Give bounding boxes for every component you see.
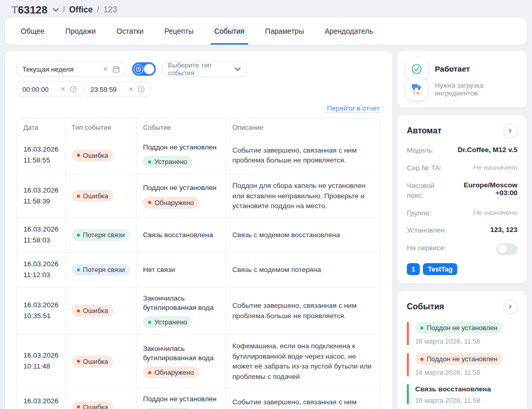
event-date: 16 марта 2026, 11:58 [415,369,481,376]
on-service-toggle[interactable] [497,243,517,255]
status-dot-icon [77,234,80,237]
event-type-cell: Потеря связи [65,217,137,252]
toggle-knob [144,64,154,74]
event-date-cell: 16.03.202611:58:55 [17,137,65,174]
chevron-down-icon[interactable] [53,8,59,12]
status-dot-icon [420,326,423,330]
event-name-cell: Поддон не установлен Устранено [137,388,226,409]
tag[interactable]: TestTag [423,263,457,275]
period-value: Текущая неделя [22,65,99,73]
table-row: 16.03.202610:35:51 Ошибка Закончилась бу… [17,287,380,334]
chevron-down-icon [235,67,241,71]
detail-value: Europe/Moscow +03:00 [448,181,517,197]
tab-label: Продажи [62,25,99,37]
detail-label: Часовой пояс: [407,181,448,201]
detail-label: На сервисе: [407,243,446,253]
tags-row: 1 TestTag [407,263,517,275]
toggle-knob [498,244,507,254]
event-description-cell: Связь с модемом потеряна [226,252,380,287]
event-description-cell: Событие завершено, связанная с ним пробл… [226,137,380,174]
time-from-value: 00:00:00 [22,86,56,93]
clear-time-from-icon[interactable]: ✕ [60,86,65,93]
detail-row-group: Группа: Не назначено [407,209,517,219]
tab-События[interactable]: События [204,18,255,45]
detail-value: Dr.Coffee, M12 v.5 [458,146,517,154]
event-type-cell: Ошибка [65,388,137,409]
truck-caption: 3 м. [413,90,420,96]
period-input[interactable]: Текущая неделя ✕ [17,61,126,77]
go-to-report-link[interactable]: Перейти в отчет [327,104,380,113]
machine-selector[interactable]: Т63128 [11,4,48,16]
events-card-expand-button[interactable]: › [503,299,517,314]
table-row: 16.03.202611:58:39 Ошибка Поддон не уста… [17,174,380,218]
event-status-badge: Устранено [143,156,192,168]
clock-icon[interactable] [138,86,145,93]
time-filter-toggle[interactable] [132,62,156,76]
check-circle-icon [406,58,428,80]
tab-Общее[interactable]: Общее [10,18,55,45]
event-name-cell: Нет связи [137,252,226,287]
table-row: 16.03.202611:12:03 Потеря связи Нет связ… [17,252,380,287]
event-type-cell: Ошибка [65,137,137,174]
recent-event-item: Поддон не установлен 16 марта 2026, 11:5… [407,353,517,376]
filter-row-period: Текущая неделя ✕ Выберите тип события [17,61,381,77]
detail-row-timezone: Часовой пояс: Europe/Moscow +03:00 [407,181,517,201]
event-status-badge: Обнаружено [143,197,199,209]
event-description-cell: Событие завершено, связанная с ним пробл… [226,388,380,409]
recent-event-item: Связь восстановлена 16 марта 2026, 11:58 [407,384,517,404]
event-date-cell: 16.03.202610:09:22 [17,388,65,409]
time-from-input[interactable]: 00:00:00 ✕ [17,81,83,97]
event-status-badge: Устранено [143,316,192,328]
tab-Остатки[interactable]: Остатки [106,18,154,45]
tab-Параметры[interactable]: Параметры [255,18,314,45]
detail-label: Сер.№ ТА: [407,163,442,173]
status-dot-icon [148,201,151,204]
status-dot-icon [77,405,80,408]
event-severity-bar [407,322,409,345]
tab-Арендодатель[interactable]: Арендодатель [314,18,383,45]
status-icons: 3 м. [406,58,428,100]
time-to-value: 23:59:59 [90,86,124,93]
tag[interactable]: 1 [407,263,420,275]
ingredients-warning-label: Нужна загрузка ингредиентов [435,79,518,100]
detail-row-model: Модель: Dr.Coffee, M12 v.5 [407,146,517,156]
event-description-cell: Связь с модемом восстановлена [226,217,380,252]
status-dot-icon [148,160,151,163]
event-name: Связь восстановлена [415,384,491,393]
event-name-cell: Поддон не установлен Устранено [137,137,226,174]
breadcrumb-location[interactable]: Office [69,5,92,15]
recent-event-item: Поддон не установлен 16 марта 2026, 11:5… [407,322,517,345]
machine-card-expand-button[interactable]: › [503,124,517,138]
report-link-row: Перейти в отчет [18,103,380,113]
tab-label: Параметры [262,25,307,37]
event-description-cell: Поддон для сбора капель не установлен ил… [226,174,380,218]
clear-time-to-icon[interactable]: ✕ [128,86,134,93]
machine-prefix: Т [11,4,18,16]
event-type-select[interactable]: Выберите тип события [162,61,246,77]
tab-label: События [211,25,248,37]
event-type-badge: Ошибка [72,190,113,202]
event-badge: Поддон не установлен [415,322,502,334]
table-row: 16.03.202610:11:48 Ошибка Закончилась бу… [17,335,380,388]
column-header-type: Тип события [65,118,137,137]
tab-Продажи[interactable]: Продажи [55,18,106,45]
table-header-row: Дата Тип события Событие Описание [17,118,380,137]
clear-period-icon[interactable]: ✕ [103,65,108,73]
detail-label: Установлен: [407,226,446,236]
tab-label: Остатки [113,25,147,37]
event-type-cell: Ошибка [65,335,137,388]
calendar-icon[interactable] [112,65,120,73]
tab-label: Общее [18,25,48,37]
breadcrumb-separator: / [97,5,99,15]
tab-Рецепты[interactable]: Рецепты [154,18,204,45]
event-name-cell: Поддон не установлен Обнаружено [137,174,226,218]
status-dot-icon [420,358,423,361]
breadcrumb-separator: / [63,5,65,15]
clock-icon[interactable] [70,86,77,93]
tab-bar: Общее Продажи Остатки Рецепты События Па… [5,18,527,45]
event-description-cell: Событие завершено, связанная с ним пробл… [226,287,380,334]
time-to-input[interactable]: 23:59:59 ✕ [85,81,151,97]
event-name-cell: Связь восстановлена [137,217,226,252]
event-type-cell: Ошибка [65,174,137,218]
event-date-cell: 16.03.202611:58:39 [17,174,65,218]
